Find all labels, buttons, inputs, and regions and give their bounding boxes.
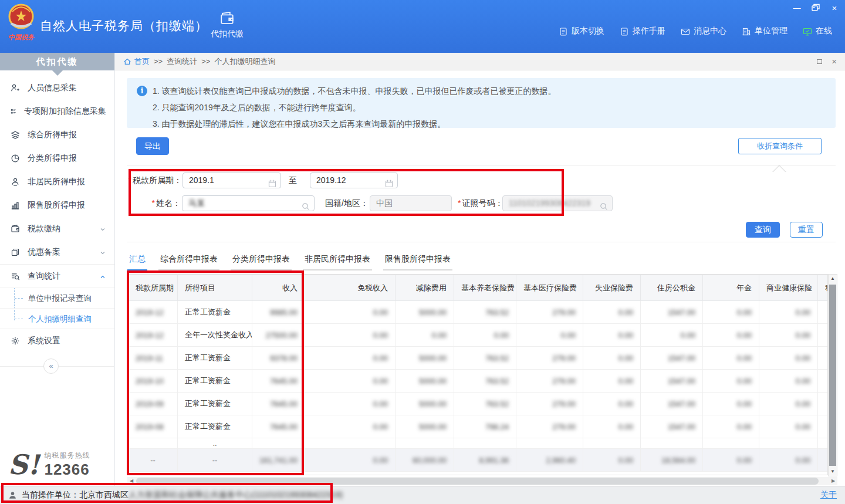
sidebar-item-0[interactable]: 人员信息采集 (0, 76, 114, 100)
collapse-query-button[interactable]: 收折查询条件 (738, 138, 822, 154)
query-button[interactable]: 查询 (746, 222, 780, 238)
query-panel-divider (127, 165, 836, 165)
tab-0[interactable]: 汇总 (127, 251, 147, 270)
wallet-icon (219, 11, 235, 26)
table-ellipsis-row: .. (129, 438, 829, 449)
sidebar-item-6[interactable]: 税款缴纳 (0, 217, 114, 241)
period-to-input[interactable]: 2019.12 (310, 172, 398, 188)
sidebar-collapse-row: « (0, 358, 114, 374)
wallet-icon (11, 224, 20, 234)
vertical-scrollbar[interactable]: ▲ ▼ (828, 274, 837, 476)
table-row[interactable]: 2019-10正常工资薪金7645.000.005000.00763.52279… (129, 370, 829, 393)
person-add-icon (11, 83, 20, 93)
breadcrumb-home[interactable]: 首页 (123, 56, 150, 67)
app-window: — × 中国税务 自然人电子税务局（扣缴端） 代扣代缴 版本切换操作手册消息中心… (0, 0, 845, 504)
module-tab-label: 代扣代缴 (204, 29, 250, 39)
tab-3[interactable]: 非居民所得申报表 (303, 251, 372, 270)
sidebar-item-5[interactable]: 限售股所得申报 (0, 194, 114, 217)
sidebar-item-8[interactable]: 查询统计 (0, 264, 114, 287)
calendar-icon (268, 179, 277, 188)
statusbar: 当前操作单位：北京市西城区人力资源和社会保障公共服务中心(11101021993… (0, 486, 845, 504)
column-header: 商业健康保险 (759, 275, 818, 301)
name-value-redacted: 马某 (188, 198, 205, 208)
vertical-scroll-thumb[interactable] (829, 285, 836, 466)
sidebar-collapse-button[interactable]: « (43, 358, 59, 374)
minimize-icon[interactable]: — (792, 4, 802, 12)
sidebar-item-2[interactable]: 综合所得申报 (0, 123, 114, 147)
reset-button[interactable]: 重置 (790, 222, 823, 238)
person-icon (11, 177, 20, 187)
name-label: *姓名： (138, 198, 181, 209)
table-header-row: 税款所属期所得项目收入免税收入减除费用基本养老保险费基本医疗保险费失业保险费住房… (129, 275, 829, 301)
top-menu-item-3[interactable]: 单位管理 (742, 26, 787, 36)
sidebar-item-9[interactable]: 系统设置 (0, 329, 114, 353)
table-row[interactable]: 2019-09正常工资薪金7645.000.005000.00763.52279… (129, 393, 829, 415)
top-menu-item-2[interactable]: 消息中心 (681, 26, 726, 36)
breadcrumb-separator: >> (201, 57, 210, 66)
national-tax-emblem-icon (8, 4, 35, 31)
column-header: 住房公积金 (641, 275, 703, 301)
scroll-up-icon[interactable]: ▲ (829, 275, 837, 283)
column-header: 税 (818, 275, 829, 301)
user-icon (8, 491, 17, 500)
subwindow-maximize-icon[interactable] (817, 59, 822, 64)
statusbar-text: 当前操作单位：北京市西城区人力资源和社会保障公共服务中心(11101021993… (22, 490, 343, 500)
sidebar-menu: 人员信息采集专项附加扣除信息采集综合所得申报分类所得申报非居民所得申报限售股所得… (0, 76, 114, 353)
name-input[interactable]: 马某 (182, 195, 315, 211)
tab-4[interactable]: 限售股所得申报表 (383, 251, 452, 270)
id-number-input[interactable]: 110102199308422319 (502, 195, 613, 211)
table-row[interactable]: 2019-12全年一次性奖金收入27500.000.000.000.000.00… (129, 324, 829, 347)
table-row[interactable]: 2019-12正常工资薪金9985.000.005000.00763.52279… (129, 301, 829, 324)
collapse-caret-icon (772, 158, 786, 172)
bar-chart-icon (11, 201, 20, 210)
logo-caption: 中国税务 (5, 33, 38, 42)
column-header: 收入 (252, 275, 305, 301)
period-from-input[interactable]: 2019.1 (182, 172, 281, 188)
sidebar-item-1[interactable]: 专项附加扣除信息采集 (0, 100, 114, 123)
hotline-logo: S! (8, 451, 39, 478)
titlebar: — × 中国税务 自然人电子税务局（扣缴端） 代扣代缴 版本切换操作手册消息中心… (0, 0, 845, 53)
copy-icon (11, 248, 20, 257)
sidebar-item-7[interactable]: 优惠备案 (0, 241, 114, 264)
statusbar-unit-redacted: 人力资源和社会保障公共服务中心(1110102199308422319) (129, 490, 343, 499)
tab-2[interactable]: 分类所得申报表 (231, 251, 292, 270)
online-status-icon (803, 27, 812, 36)
table-totals-row: ----161,741.000.0060,000.008,991.362,960… (129, 449, 829, 472)
subwindow-controls: × (817, 56, 837, 66)
sidebar: 代扣代缴 人员信息采集专项附加扣除信息采集综合所得申报分类所得申报非居民所得申报… (0, 53, 115, 486)
tab-1[interactable]: 综合所得申报表 (158, 251, 219, 270)
column-header: 失业保险费 (583, 275, 641, 301)
sidebar-item-3[interactable]: 分类所得申报 (0, 147, 114, 170)
scroll-left-icon[interactable]: ◀ (127, 477, 136, 485)
id-number-redacted: 110102199308422319 (509, 198, 590, 208)
sidebar-item-label: 分类所得申报 (28, 153, 77, 164)
about-link[interactable]: 关于 (820, 490, 837, 500)
notice-line-3: 3. 由于数据处理的滞后性，建议您在申报成功3天之后再来查询最新的申报数据。 (153, 116, 830, 132)
horizontal-scrollbar[interactable]: ◀ ▶ (127, 477, 837, 485)
close-icon[interactable]: × (830, 4, 839, 12)
scroll-right-icon[interactable]: ▶ (829, 477, 837, 485)
sidebar-subitem-0[interactable]: 单位申报记录查询 (0, 287, 114, 308)
restore-icon[interactable] (811, 4, 820, 12)
horizontal-scroll-thumb[interactable] (136, 478, 819, 485)
module-tab-withholding[interactable]: 代扣代缴 (204, 11, 250, 39)
scroll-down-icon[interactable]: ▼ (829, 468, 837, 476)
column-header: 基本医疗保险费 (516, 275, 583, 301)
column-header: 减除费用 (396, 275, 454, 301)
top-menu-item-0[interactable]: 版本切换 (559, 26, 604, 36)
top-menu-item-1[interactable]: 操作手册 (620, 26, 665, 36)
column-header: 年金 (703, 275, 759, 301)
result-table: 税款所属期所得项目收入免税收入减除费用基本养老保险费基本医疗保险费失业保险费住房… (128, 275, 828, 472)
sidebar-subitem-1[interactable]: 个人扣缴明细查询 (0, 308, 114, 329)
top-menu-item-4[interactable]: 在线 (803, 26, 832, 36)
sidebar-item-4[interactable]: 非居民所得申报 (0, 170, 114, 194)
export-button[interactable]: 导出 (136, 137, 169, 155)
subwindow-close-icon[interactable]: × (832, 56, 837, 66)
table-row[interactable]: 2019-11正常工资薪金9378.000.005000.00763.52279… (129, 347, 829, 370)
sidebar-item-label: 综合所得申报 (28, 130, 77, 140)
building-icon (742, 27, 751, 36)
window-controls: — × (792, 4, 839, 12)
chevron-up-icon (99, 273, 106, 280)
table-row[interactable]: 2019-08正常工资薪金7645.000.005000.00798.24279… (129, 415, 829, 438)
sidebar-submenu: 单位申报记录查询个人扣缴明细查询 (0, 287, 114, 329)
